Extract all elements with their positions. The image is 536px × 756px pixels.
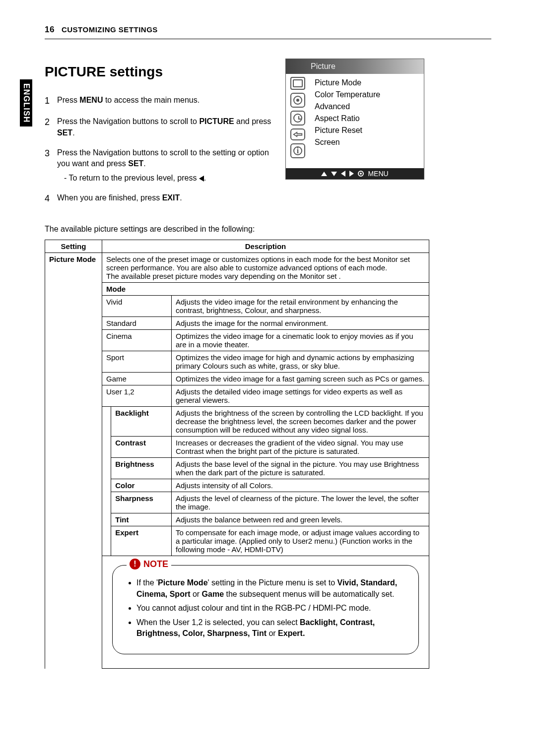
table-row: CinemaOptimizes the video image for a ci… [45,330,429,351]
indent-cell [102,407,111,437]
page-header: 16 CUSTOMIZING SETTINGS [45,25,491,35]
osd-preview: Picture i Picture Mode Color Temperature… [285,59,424,180]
mode-header: Mode [102,283,429,296]
mode-desc: Optimizes the video image for a fast gam… [172,373,429,385]
sub-name: Contrast [111,437,172,458]
osd-item: Picture Reset [315,125,419,136]
section-title: CUSTOMIZING SETTINGS [62,25,158,34]
up-arrow-icon [321,172,327,176]
step-text: Press the Navigation buttons to scroll t… [57,147,283,184]
mode-desc: Adjusts the image for the normal environ… [172,317,429,330]
osd-item: Screen [315,136,419,148]
step-number: 3 [45,147,57,184]
page-title: PICTURE settings [45,64,491,80]
mode-name: Vivid [102,296,172,317]
step-text: Press MENU to access the main menus. [57,95,283,107]
sub-name: Expert [111,526,172,556]
table-row: SharpnessAdjusts the level of clearness … [45,492,429,513]
language-tab: ENGLISH [20,79,32,126]
mode-name: Cinema [102,330,172,351]
step-3: 3 Press the Navigation buttons to scroll… [45,147,283,184]
step-2: 2 Press the Navigation buttons to scroll… [45,116,283,138]
osd-icon-column: i [286,74,310,168]
sub-name: Backlight [111,407,172,437]
down-arrow-icon [331,172,337,176]
note-icon: ! [130,559,140,569]
table-row: BrightnessAdjusts the base level of the … [45,458,429,479]
osd-menu-list: Picture Mode Color Temperature Advanced … [310,74,424,168]
th-setting: Setting [45,240,102,253]
osd-item: Advanced [315,101,419,113]
mode-name: User 1,2 [102,385,172,407]
mode-desc: Optimizes the video image for high and d… [172,351,429,373]
step-number: 4 [45,192,57,205]
picture-mode-cell: Picture Mode [45,253,102,669]
th-description: Description [102,240,429,253]
sub-desc: To compensate for each image mode, or ad… [172,526,429,556]
mode-desc: Adjusts the video image for the retail e… [172,296,429,317]
step-text: When you are finished, press EXIT. [57,192,283,205]
table-row: User 1,2Adjusts the detailed video image… [45,385,429,407]
table-row: BacklightAdjusts the brightness of the s… [45,407,429,437]
picture-mode-desc: Selects one of the preset image or custo… [102,253,429,283]
note-item: When the User 1,2 is selected, you can s… [136,617,403,639]
osd-title: Picture [286,59,424,74]
mode-desc: Optimizes the video image for a cinemati… [172,330,429,351]
sub-desc: Adjusts the brightness of the screen by … [172,407,429,437]
info-icon: i [290,143,305,158]
step-1: 1 Press MENU to access the main menus. [45,95,283,107]
table-intro: The available picture settings are descr… [45,225,491,234]
osd-footer: MENU [286,168,424,179]
sub-desc: Adjusts the level of clearness of the pi… [172,492,429,513]
page-number: 16 [45,25,55,34]
note-item: You cannot adjust colour and tint in the… [136,603,403,614]
sub-desc: Increases or decreases the gradient of t… [172,437,429,458]
mode-desc: Adjusts the detailed video image setting… [172,385,429,407]
mode-name: Standard [102,317,172,330]
option-icon [290,128,305,140]
step-sub: - To return to the previous level, press… [64,173,283,184]
mode-name: Sport [102,351,172,373]
sub-desc: Adjusts the balance between red and gree… [172,513,429,526]
note-label: ! NOTE [127,559,171,569]
step-number: 1 [45,95,57,107]
table-row: VividAdjusts the video image for the ret… [45,296,429,317]
note-cell: ! NOTE If the 'Picture Mode' setting in … [102,556,429,669]
audio-icon [290,93,305,108]
sub-desc: Adjusts intensity of all Colors. [172,479,429,492]
sub-name: Sharpness [111,492,172,513]
table-row: TintAdjusts the balance between red and … [45,513,429,526]
settings-table: Setting Description Picture Mode Selects… [45,240,429,669]
left-arrow-icon [341,171,345,177]
osd-item: Picture Mode [315,77,419,89]
step-number: 2 [45,116,57,138]
step-4: 4 When you are finished, press EXIT. [45,192,283,205]
picture-icon [290,77,305,90]
time-icon [290,111,305,126]
mode-name: Game [102,373,172,385]
menu-label: MENU [368,170,388,178]
note-item: If the 'Picture Mode' setting in the Pic… [136,577,403,600]
table-row: StandardAdjusts the image for the normal… [45,317,429,330]
sub-name: Brightness [111,458,172,479]
table-row: SportOptimizes the video image for high … [45,351,429,373]
sub-name: Color [111,479,172,492]
table-row: ExpertTo compensate for each image mode,… [45,526,429,556]
step-text: Press the Navigation buttons to scroll t… [57,116,283,138]
sub-name: Tint [111,513,172,526]
table-row: GameOptimizes the video image for a fast… [45,373,429,385]
osd-item: Aspect Ratio [315,113,419,125]
back-arrow-icon [199,176,204,182]
header-rule [45,39,491,39]
sub-desc: Adjusts the base level of the signal in … [172,458,429,479]
osd-item: Color Temperature [315,89,419,101]
right-arrow-icon [349,171,354,177]
instruction-steps: 1 Press MENU to access the main menus. 2… [45,95,283,205]
table-row: ColorAdjusts intensity of all Colors. [45,479,429,492]
table-row: ContrastIncreases or decreases the gradi… [45,437,429,458]
note-box: ! NOTE If the 'Picture Mode' setting in … [112,565,419,654]
set-icon [358,171,364,177]
